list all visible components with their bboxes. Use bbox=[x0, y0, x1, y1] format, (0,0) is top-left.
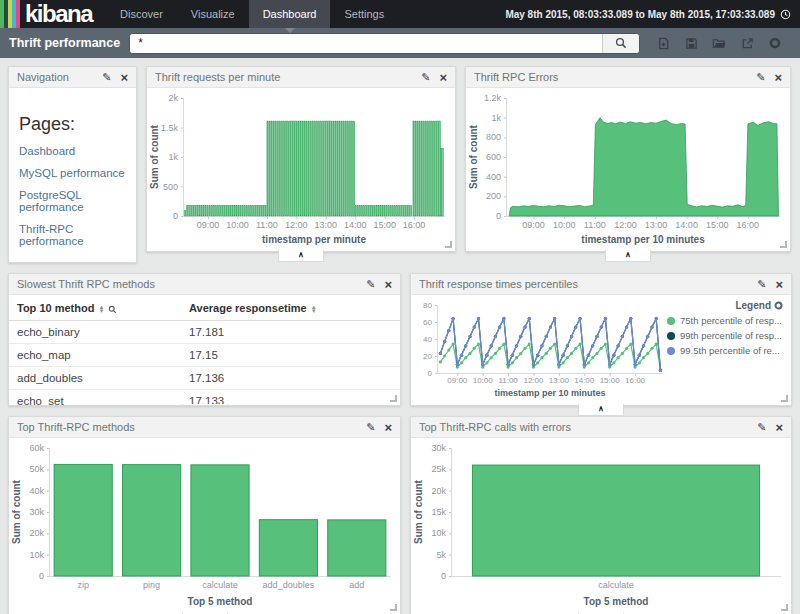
search-icon bbox=[108, 305, 117, 314]
resize-handle[interactable] bbox=[390, 395, 397, 402]
page-link-mysql-performance[interactable]: MySQL performance bbox=[19, 167, 126, 179]
svg-text:09:00: 09:00 bbox=[447, 376, 468, 385]
svg-text:calculate: calculate bbox=[202, 580, 238, 590]
collapse-panel-button[interactable]: ∧ bbox=[605, 250, 651, 262]
svg-text:Sum of count: Sum of count bbox=[413, 479, 424, 544]
svg-text:add: add bbox=[349, 580, 364, 590]
collapse-panel-button[interactable]: ∧ bbox=[278, 250, 324, 262]
svg-text:10:00: 10:00 bbox=[226, 220, 249, 230]
query-input[interactable] bbox=[130, 34, 602, 53]
svg-text:1.2k: 1.2k bbox=[484, 93, 502, 103]
edit-panel-icon[interactable]: ✎ bbox=[366, 279, 375, 290]
column-header-method[interactable]: Top 10 method▲▼ bbox=[9, 295, 181, 321]
panel-thrift-requests: Thrift requests per minute ✎ × 05001k1.5… bbox=[146, 66, 456, 252]
svg-text:12:00: 12:00 bbox=[285, 220, 308, 230]
edit-panel-icon[interactable]: ✎ bbox=[757, 422, 766, 433]
svg-text:15:00: 15:00 bbox=[706, 220, 729, 230]
svg-text:10:00: 10:00 bbox=[473, 376, 494, 385]
svg-text:600: 600 bbox=[486, 152, 501, 162]
svg-text:12:00: 12:00 bbox=[523, 376, 544, 385]
page-link-postgresql-performance[interactable]: PostgreSQL performance bbox=[19, 189, 126, 213]
close-panel-icon[interactable]: × bbox=[439, 71, 447, 84]
options-button[interactable] bbox=[761, 32, 789, 54]
sort-icon: ▲▼ bbox=[311, 305, 317, 314]
panel-title: Thrift response times percentiles bbox=[419, 278, 748, 290]
chevron-up-icon: ∧ bbox=[298, 250, 304, 259]
svg-text:40: 40 bbox=[423, 335, 432, 344]
svg-text:15k: 15k bbox=[431, 507, 446, 517]
table-cell: echo_map bbox=[9, 344, 181, 367]
new-dashboard-button[interactable] bbox=[649, 32, 677, 54]
close-panel-icon[interactable]: × bbox=[775, 278, 783, 291]
close-panel-icon[interactable]: × bbox=[774, 71, 782, 84]
svg-text:500: 500 bbox=[163, 182, 178, 192]
svg-text:Sum of count: Sum of count bbox=[149, 124, 160, 189]
legend-item[interactable]: 75th percentile of resp... bbox=[667, 315, 783, 326]
top-nav-bar: kibana DiscoverVisualizeDashboardSetting… bbox=[0, 0, 800, 28]
panel-title: Top Thrift-RPC methods bbox=[17, 421, 357, 433]
close-panel-icon[interactable]: × bbox=[384, 278, 392, 291]
svg-text:11:00: 11:00 bbox=[498, 376, 518, 385]
svg-text:0: 0 bbox=[441, 571, 446, 581]
edit-panel-icon[interactable]: ✎ bbox=[756, 72, 765, 83]
legend-toggle[interactable]: Legend bbox=[667, 300, 783, 311]
requests-per-minute-chart: 05001k1.5k2k09:0010:0011:0012:0013:0014:… bbox=[147, 88, 455, 252]
tab-settings[interactable]: Settings bbox=[330, 0, 398, 28]
tab-dashboard[interactable]: Dashboard bbox=[249, 0, 331, 28]
page-link-thrift-rpc-performance[interactable]: Thrift-RPC performance bbox=[19, 223, 126, 247]
svg-text:50k: 50k bbox=[29, 464, 44, 474]
edit-panel-icon[interactable]: ✎ bbox=[366, 422, 375, 433]
svg-text:800: 800 bbox=[486, 132, 501, 142]
panel-title: Thrift RPC Errors bbox=[474, 71, 747, 83]
svg-text:ping: ping bbox=[143, 580, 160, 590]
column-header-responsetime[interactable]: Average responsetime▲▼ bbox=[181, 295, 400, 321]
edit-panel-icon[interactable]: ✎ bbox=[757, 279, 766, 290]
panel-top-methods: Top Thrift-RPC methods ✎ × 010k20k30k40k… bbox=[8, 416, 401, 614]
top-methods-chart: 010k20k30k40k50k60kTop 5 methodSum of co… bbox=[9, 438, 400, 614]
dashboard-grid: Navigation ✎ × Pages: DashboardMySQL per… bbox=[0, 58, 800, 614]
chevron-up-icon: ∧ bbox=[625, 250, 631, 259]
share-dashboard-button[interactable] bbox=[733, 32, 761, 54]
resize-handle[interactable] bbox=[445, 241, 452, 248]
dashboard-actions bbox=[649, 32, 791, 54]
percentiles-chart: 02040608009:0010:0011:0012:0013:0014:001… bbox=[411, 295, 667, 403]
resize-handle[interactable] bbox=[780, 241, 787, 248]
search-button[interactable] bbox=[602, 34, 639, 53]
load-dashboard-button[interactable] bbox=[705, 32, 733, 54]
page-link-dashboard[interactable]: Dashboard bbox=[19, 145, 126, 157]
clock-icon bbox=[780, 9, 791, 20]
panel-title: Top Thrift-RPC calls with errors bbox=[419, 421, 748, 433]
svg-text:timestamp per 10 minutes: timestamp per 10 minutes bbox=[581, 234, 705, 245]
table-cell: echo_set bbox=[9, 390, 181, 407]
close-panel-icon[interactable]: × bbox=[775, 421, 783, 434]
svg-text:add_doubles: add_doubles bbox=[263, 580, 315, 590]
svg-text:zip: zip bbox=[77, 580, 89, 590]
resize-handle[interactable] bbox=[781, 604, 788, 611]
save-dashboard-button[interactable] bbox=[677, 32, 705, 54]
collapse-panel-button[interactable]: ∧ bbox=[578, 404, 624, 416]
legend-title: Legend bbox=[735, 300, 771, 311]
edit-panel-icon[interactable]: ✎ bbox=[421, 72, 430, 83]
table-cell: add_doubles bbox=[9, 367, 181, 390]
edit-panel-icon[interactable]: ✎ bbox=[102, 72, 111, 83]
table-cell: 17.181 bbox=[181, 321, 400, 344]
svg-text:12:00: 12:00 bbox=[614, 220, 637, 230]
svg-text:11:00: 11:00 bbox=[584, 220, 606, 230]
resize-handle[interactable] bbox=[781, 395, 788, 402]
close-panel-icon[interactable]: × bbox=[384, 421, 392, 434]
legend-item[interactable]: 99.5th percentile of re... bbox=[667, 345, 783, 356]
svg-text:20k: 20k bbox=[29, 528, 44, 538]
tab-discover[interactable]: Discover bbox=[106, 0, 177, 28]
time-picker[interactable]: May 8th 2015, 08:03:33.089 to May 8th 20… bbox=[505, 0, 800, 28]
svg-text:5k: 5k bbox=[436, 550, 446, 560]
svg-text:2k: 2k bbox=[168, 93, 178, 103]
svg-text:16:00: 16:00 bbox=[737, 220, 760, 230]
legend-item[interactable]: 99th percentile of resp... bbox=[667, 330, 783, 341]
close-panel-icon[interactable]: × bbox=[120, 71, 128, 84]
svg-text:30k: 30k bbox=[431, 443, 446, 453]
legend-label: 75th percentile of resp... bbox=[680, 315, 782, 326]
table-row: add_doubles17.136 bbox=[9, 367, 400, 390]
tab-visualize[interactable]: Visualize bbox=[177, 0, 249, 28]
new-document-icon bbox=[657, 37, 670, 50]
resize-handle[interactable] bbox=[390, 604, 397, 611]
